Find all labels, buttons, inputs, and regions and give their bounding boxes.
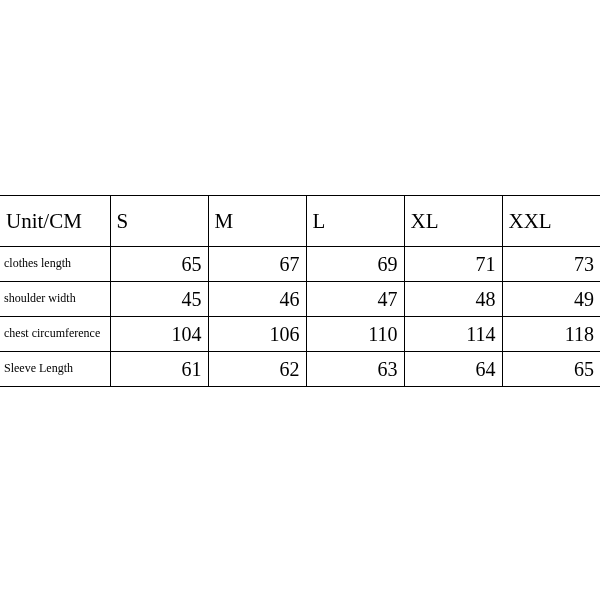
cell-value: 71 [404, 247, 502, 282]
cell-value: 49 [502, 282, 600, 317]
cell-value: 118 [502, 317, 600, 352]
size-header: S [110, 196, 208, 247]
cell-value: 69 [306, 247, 404, 282]
size-header: XXL [502, 196, 600, 247]
unit-header: Unit/CM [0, 196, 110, 247]
cell-value: 48 [404, 282, 502, 317]
row-label: clothes length [0, 247, 110, 282]
cell-value: 106 [208, 317, 306, 352]
cell-value: 65 [110, 247, 208, 282]
cell-value: 67 [208, 247, 306, 282]
size-header: L [306, 196, 404, 247]
cell-value: 47 [306, 282, 404, 317]
cell-value: 61 [110, 352, 208, 387]
table-row: Sleeve Length 61 62 63 64 65 [0, 352, 600, 387]
cell-value: 104 [110, 317, 208, 352]
table-header-row: Unit/CM S M L XL XXL [0, 196, 600, 247]
size-header: M [208, 196, 306, 247]
cell-value: 114 [404, 317, 502, 352]
size-header: XL [404, 196, 502, 247]
table-row: shoulder width 45 46 47 48 49 [0, 282, 600, 317]
cell-value: 64 [404, 352, 502, 387]
table-row: chest circumference 104 106 110 114 118 [0, 317, 600, 352]
cell-value: 110 [306, 317, 404, 352]
cell-value: 62 [208, 352, 306, 387]
row-label: chest circumference [0, 317, 110, 352]
cell-value: 63 [306, 352, 404, 387]
cell-value: 73 [502, 247, 600, 282]
row-label: Sleeve Length [0, 352, 110, 387]
row-label: shoulder width [0, 282, 110, 317]
table-row: clothes length 65 67 69 71 73 [0, 247, 600, 282]
cell-value: 65 [502, 352, 600, 387]
cell-value: 45 [110, 282, 208, 317]
size-chart-table: Unit/CM S M L XL XXL clothes length 65 6… [0, 195, 600, 387]
cell-value: 46 [208, 282, 306, 317]
